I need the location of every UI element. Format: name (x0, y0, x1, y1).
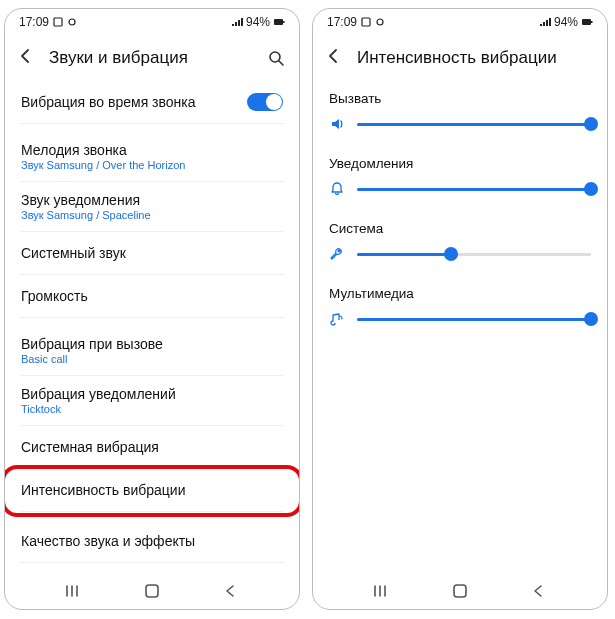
row-sub: Звук Samsung / Over the Horizon (21, 159, 185, 171)
page-title: Интенсивность вибрации (357, 48, 595, 68)
slider-label: Уведомления (329, 156, 591, 171)
row-label: Системная вибрация (21, 439, 159, 455)
svg-rect-10 (454, 585, 466, 597)
slider-call: Вызвать (313, 81, 607, 146)
signal-icon (231, 17, 243, 27)
battery-icon (273, 17, 285, 27)
row-system-sound[interactable]: Системный звук (5, 232, 299, 274)
svg-rect-3 (283, 21, 285, 23)
row-sub: Ticktock (21, 403, 176, 415)
svg-point-1 (69, 19, 75, 25)
slider-track[interactable] (357, 318, 591, 321)
slider-track[interactable] (357, 253, 591, 256)
search-icon[interactable] (265, 47, 287, 69)
row-ringtone[interactable]: Мелодия звонка Звук Samsung / Over the H… (5, 132, 299, 181)
nav-back-icon[interactable] (528, 581, 548, 601)
page-title: Звуки и вибрация (49, 48, 251, 68)
app-header: Интенсивность вибрации (313, 35, 607, 81)
row-label: Мелодия звонка (21, 142, 185, 158)
signal-icon (539, 17, 551, 27)
nav-home-icon[interactable] (142, 581, 162, 601)
row-label: Вибрация при вызове (21, 336, 163, 352)
row-vibrate-notif[interactable]: Вибрация уведомлений Ticktock (5, 376, 299, 425)
row-sub: Basic call (21, 353, 163, 365)
back-icon[interactable] (325, 47, 343, 69)
svg-rect-8 (582, 19, 591, 25)
row-separate-sound[interactable]: Раздельный вывод звука Воспроизведение з… (5, 563, 299, 573)
row-intensity[interactable]: Интенсивность вибрации (5, 469, 299, 511)
wrench-icon (329, 246, 347, 262)
row-label: Качество звука и эффекты (21, 533, 195, 549)
row-vibrate-call[interactable]: Вибрация при вызове Basic call (5, 326, 299, 375)
intensity-panel: Вызвать Уведомления Система (313, 81, 607, 573)
svg-rect-5 (146, 585, 158, 597)
row-sub: Звук Samsung / Spaceline (21, 209, 151, 221)
nav-recent-icon[interactable] (372, 581, 392, 601)
row-volume[interactable]: Громкость (5, 275, 299, 317)
row-label: Вибрация во время звонка (21, 94, 196, 110)
slider-track[interactable] (357, 123, 591, 126)
row-label: Системный звук (21, 245, 126, 261)
status-icon-1 (361, 17, 371, 27)
slider-notif: Уведомления (313, 146, 607, 211)
status-time: 17:09 (19, 15, 49, 29)
row-label: Звук уведомления (21, 192, 151, 208)
status-icon-1 (53, 17, 63, 27)
nav-bar (313, 573, 607, 609)
row-system-vibrate[interactable]: Системная вибрация (5, 426, 299, 468)
status-icon-2 (67, 17, 77, 27)
svg-rect-2 (274, 19, 283, 25)
nav-back-icon[interactable] (220, 581, 240, 601)
row-label: Громкость (21, 288, 88, 304)
status-time: 17:09 (327, 15, 357, 29)
slider-system: Система (313, 211, 607, 276)
nav-recent-icon[interactable] (64, 581, 84, 601)
row-notif-sound[interactable]: Звук уведомления Звук Samsung / Spacelin… (5, 182, 299, 231)
row-vibrate-on-call[interactable]: Вибрация во время звонка (5, 81, 299, 123)
app-header: Звуки и вибрация (5, 35, 299, 81)
settings-list: Вибрация во время звонка Мелодия звонка … (5, 81, 299, 573)
phone-right: 17:09 94% Интенсивность вибрации Вызвать (312, 8, 608, 610)
slider-label: Мультимедиа (329, 286, 591, 301)
status-bar: 17:09 94% (313, 9, 607, 35)
music-icon (329, 311, 347, 327)
row-label: Вибрация уведомлений (21, 386, 176, 402)
bell-icon (329, 181, 347, 197)
speaker-icon (329, 116, 347, 132)
nav-bar (5, 573, 299, 609)
back-icon[interactable] (17, 47, 35, 69)
nav-home-icon[interactable] (450, 581, 470, 601)
slider-track[interactable] (357, 188, 591, 191)
slider-label: Вызвать (329, 91, 591, 106)
row-sound-quality[interactable]: Качество звука и эффекты (5, 520, 299, 562)
svg-rect-0 (54, 18, 62, 26)
slider-media: Мультимедиа (313, 276, 607, 341)
status-icon-2 (375, 17, 385, 27)
battery-icon (581, 17, 593, 27)
svg-rect-6 (362, 18, 370, 26)
row-label: Интенсивность вибрации (21, 482, 185, 498)
status-bar: 17:09 94% (5, 9, 299, 35)
toggle-switch[interactable] (247, 93, 283, 111)
battery-pct: 94% (246, 15, 270, 29)
svg-point-7 (377, 19, 383, 25)
phone-left: 17:09 94% Звуки и вибрация Вибрация во в… (4, 8, 300, 610)
slider-label: Система (329, 221, 591, 236)
svg-rect-9 (591, 21, 593, 23)
battery-pct: 94% (554, 15, 578, 29)
